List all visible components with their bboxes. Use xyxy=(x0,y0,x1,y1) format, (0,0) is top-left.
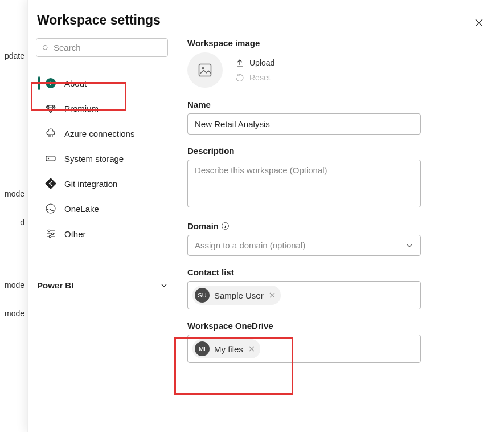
svg-point-8 xyxy=(48,230,50,232)
info-icon: i xyxy=(46,78,56,88)
contact-list-label: Contact list xyxy=(187,267,421,277)
domain-select[interactable]: Assign to a domain (optional) xyxy=(187,235,421,256)
chip-label: My files xyxy=(214,344,243,354)
close-icon xyxy=(269,292,275,298)
domain-label: Domain i xyxy=(187,221,421,231)
svg-point-9 xyxy=(51,233,54,235)
avatar: Mf xyxy=(195,341,210,356)
nav-item-label: Premium xyxy=(64,104,99,113)
onedrive-chip: Mf My files xyxy=(192,339,260,358)
chip-remove-button[interactable] xyxy=(248,346,256,352)
storage-icon xyxy=(45,153,56,164)
chip-remove-button[interactable] xyxy=(268,292,276,298)
workspace-name-input[interactable] xyxy=(187,113,421,135)
nav-item-storage[interactable]: System storage xyxy=(36,146,168,171)
close-icon xyxy=(474,18,483,27)
nav-item-label: Azure connections xyxy=(64,129,134,138)
chevron-down-icon xyxy=(160,282,168,290)
reset-icon xyxy=(235,73,244,82)
panel-title: Workspace settings xyxy=(37,13,486,28)
nav-item-about[interactable]: i About xyxy=(36,71,168,96)
onelake-icon xyxy=(45,203,56,214)
sliders-icon xyxy=(45,228,56,239)
search-input[interactable] xyxy=(54,43,162,52)
workspace-description-input[interactable] xyxy=(187,160,421,207)
nav-item-label: About xyxy=(64,79,87,88)
settings-nav: i About Premium Azure connections xyxy=(36,71,168,246)
cloud-icon xyxy=(45,128,56,139)
svg-point-0 xyxy=(43,45,48,50)
reset-button: Reset xyxy=(235,73,274,82)
upload-button[interactable]: Upload xyxy=(235,58,274,67)
chip-label: Sample User xyxy=(214,291,264,300)
upload-icon xyxy=(235,58,244,67)
search-box[interactable] xyxy=(36,38,168,57)
settings-form: Workspace image Upload Reset xyxy=(187,38,421,374)
nav-item-label: OneLake xyxy=(64,204,99,214)
avatar: SU xyxy=(195,288,210,303)
svg-rect-3 xyxy=(45,178,56,189)
background-obscured-content: pdate mode d mode mode xyxy=(0,0,27,432)
svg-rect-1 xyxy=(46,156,55,161)
settings-panel: Workspace settings i About xyxy=(27,0,504,432)
svg-point-10 xyxy=(49,235,51,238)
svg-point-12 xyxy=(202,67,204,70)
close-icon xyxy=(249,346,255,352)
onedrive-label: Workspace OneDrive xyxy=(187,321,421,331)
svg-point-7 xyxy=(46,204,55,213)
description-label: Description xyxy=(187,146,421,156)
nav-item-onelake[interactable]: OneLake xyxy=(36,196,168,221)
workspace-image-label: Workspace image xyxy=(187,38,421,48)
section-power-bi[interactable]: Power BI xyxy=(36,280,168,290)
nav-item-azure[interactable]: Azure connections xyxy=(36,121,168,146)
diamond-icon xyxy=(45,103,56,114)
nav-item-label: Other xyxy=(64,229,86,239)
close-button[interactable] xyxy=(472,16,486,30)
onedrive-input[interactable]: Mf My files xyxy=(187,335,421,363)
git-icon xyxy=(45,178,56,189)
search-icon xyxy=(42,43,49,52)
nav-item-premium[interactable]: Premium xyxy=(36,96,168,121)
workspace-image-thumb xyxy=(187,52,223,88)
settings-sidebar: i About Premium Azure connections xyxy=(36,38,168,290)
name-label: Name xyxy=(187,100,421,109)
contact-list-input[interactable]: SU Sample User xyxy=(187,281,421,309)
image-placeholder-icon xyxy=(197,62,213,78)
svg-point-2 xyxy=(48,158,49,159)
info-icon[interactable]: i xyxy=(222,222,229,230)
contact-chip: SU Sample User xyxy=(192,286,281,305)
nav-item-label: System storage xyxy=(64,154,124,164)
nav-item-git[interactable]: Git integration xyxy=(36,171,168,196)
chevron-down-icon xyxy=(405,242,413,250)
svg-rect-11 xyxy=(199,64,211,76)
nav-item-label: Git integration xyxy=(64,179,117,189)
nav-item-other[interactable]: Other xyxy=(36,221,168,246)
